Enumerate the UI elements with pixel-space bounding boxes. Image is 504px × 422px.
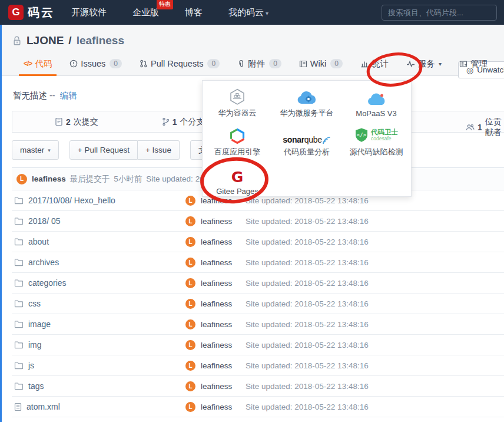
commit-message-link[interactable]: Site updated: 2018-05-22 13:48:16 xyxy=(246,341,369,350)
commit-message-link[interactable]: Site updated: 2018-05-22 13:48:16 xyxy=(246,382,369,391)
caret-down-icon: ▾ xyxy=(266,10,268,17)
table-row[interactable]: js L leafiness Site updated: 2018-05-22 … xyxy=(12,355,504,376)
avatar[interactable]: L xyxy=(185,216,195,226)
file-name-link[interactable]: tags xyxy=(28,381,44,391)
menu-item-baidu-app-engine[interactable]: 百度应用引擎 xyxy=(203,122,272,161)
commit-message-link[interactable]: Site updated: 2018-05-22 13:48:16 xyxy=(246,361,369,370)
file-name-link[interactable]: categories xyxy=(28,278,67,288)
file-name-link[interactable]: about xyxy=(28,237,49,246)
tab-code[interactable]: </> 代码 xyxy=(22,52,53,75)
committer-name-link[interactable]: leafiness xyxy=(201,403,237,411)
commit-message-link[interactable]: Site updated: 2018-05-22 13:48:16 xyxy=(246,403,369,411)
table-row[interactable]: categories L leafiness Site updated: 201… xyxy=(12,273,504,294)
avatar[interactable]: L xyxy=(185,237,195,247)
avatar[interactable]: L xyxy=(185,381,195,391)
tab-issues[interactable]: Issues 0 xyxy=(68,52,123,75)
file-name-link[interactable]: 2018/ 05 xyxy=(28,216,61,226)
avatar[interactable]: L xyxy=(185,340,195,350)
menu-item-sonarqube[interactable]: sonarqube 代码质量分析 xyxy=(272,122,341,161)
menu-item-huawei-microservice[interactable]: 华为微服务平台 xyxy=(272,83,341,122)
table-row[interactable]: archives L leafiness Site updated: 2018-… xyxy=(12,252,504,273)
file-name-link[interactable]: js xyxy=(28,361,34,370)
mopaas-cloud-icon xyxy=(367,88,386,107)
committer-name-link[interactable]: leafiness xyxy=(201,217,237,226)
folder-icon xyxy=(14,258,24,266)
commit-author-link[interactable]: leafiness xyxy=(32,174,66,183)
branch-icon xyxy=(162,117,170,126)
repo-owner-link[interactable]: LJONE xyxy=(26,34,64,47)
avatar[interactable]: L xyxy=(185,402,195,412)
committer-name-link[interactable]: leafiness xyxy=(201,258,237,267)
committer-name-link[interactable]: leafiness xyxy=(201,299,237,308)
file-name-link[interactable]: css xyxy=(28,299,41,308)
committer-name-link[interactable]: leafiness xyxy=(201,320,237,329)
repo-header: LJONE / leafiness ◎ Unwatch </> 代码 Issue… xyxy=(0,25,504,76)
commit-message-link[interactable]: Site updated: 2018-05-22 13:48:16 xyxy=(246,279,369,288)
table-row[interactable]: image L leafiness Site updated: 2018-05-… xyxy=(12,314,504,335)
pull-request-icon xyxy=(140,60,148,68)
issue-icon xyxy=(69,60,78,68)
branch-selector-button[interactable]: master ▾ xyxy=(12,140,59,160)
lock-icon xyxy=(13,36,22,46)
commit-message-link[interactable]: Site updated: 2018-05-22 13:48:16 xyxy=(246,238,369,246)
avatar[interactable]: L xyxy=(16,174,27,184)
tab-attachments[interactable]: 附件 0 xyxy=(236,52,283,75)
nav-link-my-gitee[interactable]: 我的码云▾ xyxy=(228,7,268,18)
repo-name-link[interactable]: leafiness xyxy=(77,34,124,47)
committer-name-link[interactable]: leafiness xyxy=(201,382,237,391)
search-input[interactable] xyxy=(382,5,497,21)
commit-message-link[interactable]: Site updated: 2018-05-22 13:48:16 xyxy=(246,320,369,329)
file-name-link[interactable]: 2017/10/08/ Hexo_hello xyxy=(28,196,115,205)
contributors-stat[interactable]: 1 位贡献者 xyxy=(466,117,504,138)
avatar[interactable]: L xyxy=(185,278,195,288)
commit-message-link[interactable]: Site updated: 2018-05-22 13:48:16 xyxy=(246,217,369,226)
table-row[interactable]: atom.xml L leafiness Site updated: 2018-… xyxy=(12,397,504,417)
new-issue-button[interactable]: + Issue xyxy=(138,140,180,160)
tab-services[interactable]: 服务 ▾ xyxy=(405,52,443,75)
file-name-link[interactable]: atom.xml xyxy=(26,402,60,411)
nav-link-enterprise[interactable]: 企业版特惠 xyxy=(132,7,159,18)
table-row[interactable]: tags L leafiness Site updated: 2018-05-2… xyxy=(12,376,504,397)
tab-pull-requests[interactable]: Pull Requests 0 xyxy=(138,52,221,75)
commits-stat[interactable]: 2 次提交 xyxy=(55,117,98,127)
menu-item-gitee-pages[interactable]: G Gitee Pages xyxy=(203,161,272,200)
top-navbar: G 码云 开源软件 企业版特惠 博客 我的码云▾ xyxy=(0,0,504,25)
table-row[interactable]: img L leafiness Site updated: 2018-05-22… xyxy=(12,335,504,355)
tab-manage[interactable]: 管理 xyxy=(458,52,489,75)
gitee-logo[interactable]: G 码云 xyxy=(8,5,55,21)
avatar[interactable]: L xyxy=(185,258,195,268)
repo-description: 暂无描述 -- xyxy=(13,91,55,100)
huawei-microservice-icon xyxy=(297,87,317,106)
branches-stat[interactable]: 1 个分支 xyxy=(162,117,205,127)
table-row[interactable]: about L leafiness Site updated: 2018-05-… xyxy=(12,232,504,252)
menu-item-mopaas[interactable]: MoPaaS V3 xyxy=(341,83,411,122)
table-row[interactable]: css L leafiness Site updated: 2018-05-22… xyxy=(12,294,504,314)
table-row[interactable]: 2018/ 05 L leafiness Site updated: 2018-… xyxy=(12,211,504,232)
nav-link-blog[interactable]: 博客 xyxy=(185,7,203,18)
repo-tabs: </> 代码 Issues 0 Pull Requests 0 附件 0 Wik… xyxy=(0,52,504,76)
avatar[interactable]: L xyxy=(185,299,195,309)
commit-message-link[interactable]: Site updated: 2018-05-22 13:48:16 xyxy=(246,258,369,267)
menu-item-huawei-container-cloud[interactable]: 华为容器云 xyxy=(203,83,272,122)
menu-item-codesafe[interactable]: </> 代码卫士 codesafe 源代码缺陷检测 xyxy=(341,122,411,161)
new-pull-request-button[interactable]: + Pull Request xyxy=(69,140,138,160)
folder-icon xyxy=(14,196,24,205)
contributors-count: 1 xyxy=(478,123,482,132)
tab-statistics[interactable]: 统计 xyxy=(359,52,390,75)
file-name-link[interactable]: img xyxy=(28,340,42,350)
file-name-link[interactable]: image xyxy=(28,319,51,329)
avatar[interactable]: L xyxy=(185,319,195,329)
commit-message-link[interactable]: Site updated: 2018-05-22 13:48:16 xyxy=(246,299,369,308)
committer-name-link[interactable]: leafiness xyxy=(201,341,237,350)
edit-description-link[interactable]: 编辑 xyxy=(60,91,77,100)
avatar[interactable]: L xyxy=(185,196,195,206)
committer-name-link[interactable]: leafiness xyxy=(201,361,237,370)
folder-icon xyxy=(14,320,24,328)
committer-name-link[interactable]: leafiness xyxy=(201,279,237,288)
nav-link-opensource[interactable]: 开源软件 xyxy=(71,7,107,18)
count-badge: 0 xyxy=(330,59,343,68)
committer-name-link[interactable]: leafiness xyxy=(201,238,237,246)
avatar[interactable]: L xyxy=(185,361,195,371)
tab-wiki[interactable]: Wiki 0 xyxy=(298,52,344,75)
file-name-link[interactable]: archives xyxy=(28,258,59,267)
